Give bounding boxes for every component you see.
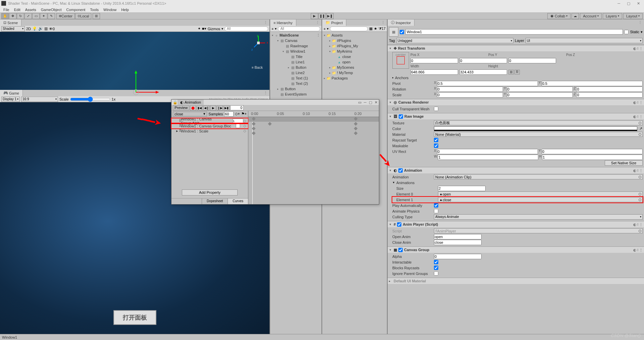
hierarchy-item[interactable]: ▤Line2: [270, 70, 321, 75]
add-key-icon[interactable]: ◇+: [235, 112, 240, 116]
scene-search-input[interactable]: [225, 26, 268, 31]
custom-tool-icon[interactable]: ✎: [48, 13, 55, 19]
pause-button[interactable]: ❚❚: [318, 13, 326, 19]
inspector-tab[interactable]: ⓘ Inspector: [388, 19, 414, 26]
posz-input[interactable]: [508, 58, 556, 63]
component-settings-icon[interactable]: ◐ ⁝ ⋮: [633, 47, 643, 50]
hierarchy-item[interactable]: ▤Text (1): [270, 75, 321, 81]
project-item[interactable]: ▸📁#Plugins_My: [322, 43, 387, 49]
rect-tool-icon[interactable]: ▭: [32, 13, 40, 19]
maximize-icon[interactable]: ▢: [627, 1, 630, 6]
open-panel-button[interactable]: 打开面板: [113, 310, 156, 325]
inspector-options-icon[interactable]: ⋮: [636, 20, 644, 25]
scale-tool-icon[interactable]: ⤢: [24, 13, 32, 19]
scene-viewport[interactable]: y x z ≡ Back: [0, 32, 269, 90]
hierarchy-item[interactable]: ▤RawImage: [270, 43, 321, 49]
raycast-checkbox[interactable]: [434, 138, 438, 142]
anim-play-button[interactable]: ▶: [210, 105, 216, 111]
project-item[interactable]: ▸📁! MyTemp: [322, 70, 387, 75]
anim-element0-field[interactable]: ▲ open: [438, 191, 643, 196]
alpha-input[interactable]: [434, 254, 482, 259]
anim-size-input[interactable]: [438, 186, 486, 191]
hierarchy-item[interactable]: ▤EventSystem: [270, 92, 321, 97]
light-icon[interactable]: 💡: [32, 26, 37, 31]
interactable-checkbox[interactable]: [434, 260, 438, 264]
gizmos-dropdown[interactable]: Gizmos: [208, 27, 220, 31]
last-frame-button[interactable]: ▶▮: [224, 105, 230, 111]
posx-input[interactable]: [410, 58, 458, 63]
menu-help[interactable]: Help: [119, 8, 131, 12]
tag-dropdown[interactable]: Untagged: [396, 38, 513, 43]
texture-field[interactable]: 白色面板: [434, 120, 643, 125]
anim-close-icon[interactable]: ✕: [374, 100, 378, 105]
fx-icon[interactable]: ▥: [44, 26, 48, 31]
scale-slider[interactable]: [70, 97, 110, 102]
mode-2d-toggle[interactable]: 2D: [26, 27, 31, 31]
hierarchy-item[interactable]: ▸▤Button: [270, 65, 321, 70]
orientation-gizmo-icon[interactable]: y x z: [250, 35, 267, 51]
project-item[interactable]: ▸📁Packages: [322, 75, 387, 81]
preview-toggle[interactable]: Preview: [173, 105, 189, 110]
step-button[interactable]: ▶❚: [326, 13, 334, 19]
menu-component[interactable]: Component: [64, 8, 87, 12]
blocks-raycasts-checkbox[interactable]: [434, 266, 438, 270]
anim-minimize-icon[interactable]: ─: [363, 100, 367, 105]
menu-assets[interactable]: Assets: [23, 8, 38, 12]
next-key-button[interactable]: ❙▶: [217, 105, 223, 111]
clip-dropdown[interactable]: close: [173, 112, 207, 116]
aspect-dropdown[interactable]: 16:9: [21, 97, 58, 102]
width-input[interactable]: [410, 69, 458, 75]
hierarchy-item[interactable]: ▾▤Canvas: [270, 38, 321, 43]
prev-key-button[interactable]: ◀❙: [203, 105, 209, 111]
static-checkbox[interactable]: [624, 30, 629, 34]
hierarchy-item[interactable]: ▤Text (2): [270, 81, 321, 86]
layers-dropdown[interactable]: Layers: [603, 13, 622, 19]
minimize-icon[interactable]: ─: [617, 1, 620, 6]
menu-edit[interactable]: Edit: [12, 8, 22, 12]
hierarchy-tab[interactable]: ≡ Hierarchy: [270, 19, 296, 26]
set-native-size-button[interactable]: Set Native Size: [605, 160, 643, 166]
menu-tools[interactable]: Tools: [88, 8, 101, 12]
animation-tab[interactable]: ◐ Animation: [178, 100, 204, 105]
filter-icon[interactable]: ▦: [369, 26, 373, 31]
anim-dock-icon[interactable]: ▭: [357, 100, 362, 105]
animate-physics-checkbox[interactable]: [434, 209, 438, 213]
pivotx-input[interactable]: [437, 81, 538, 86]
pivoty-input[interactable]: [542, 81, 643, 86]
material-field[interactable]: None (Material): [434, 132, 643, 137]
close-anim-input[interactable]: [434, 240, 482, 245]
anchor-preset-button[interactable]: center: [392, 52, 409, 69]
cloud-icon[interactable]: ☁: [572, 13, 579, 19]
hierarchy-item[interactable]: ▾▤Window1: [270, 49, 321, 54]
project-options-icon[interactable]: ⋮: [379, 20, 387, 25]
ignore-parent-checkbox[interactable]: [434, 271, 438, 276]
pivot-center-button[interactable]: ⊕ Center: [56, 13, 75, 19]
hidden-icon[interactable]: 👁0: [49, 27, 55, 31]
anim-property-row[interactable]: ▸⠿Window1 : Scale◇: [171, 128, 248, 133]
lock-icon[interactable]: 🔒: [173, 100, 178, 105]
hand-tool-icon[interactable]: ✋: [1, 13, 9, 19]
culling-dropdown[interactable]: Always Animate: [434, 214, 643, 220]
add-property-button[interactable]: Add Property: [182, 189, 238, 195]
anim-property-row[interactable]: ⠿Window1 : Canvas Group.Alph◇: [171, 118, 248, 123]
hierarchy-create-button[interactable]: +: [271, 27, 274, 31]
display-dropdown[interactable]: Display 1: [1, 97, 20, 102]
anim-maximize-icon[interactable]: ▢: [368, 100, 373, 105]
frame-input[interactable]: [230, 105, 244, 110]
posy-input[interactable]: [459, 58, 507, 63]
gameobject-icon[interactable]: ▦: [389, 27, 398, 37]
gameobject-name-input[interactable]: [405, 29, 623, 35]
move-tool-icon[interactable]: ✥: [9, 13, 16, 19]
project-search-input[interactable]: [330, 26, 367, 31]
anim-property-row[interactable]: ⠿Window1 : Canvas Group.Bloc◇: [171, 123, 248, 128]
active-checkbox[interactable]: [400, 30, 404, 34]
project-item[interactable]: ▾📁MyAnims: [322, 49, 387, 54]
color-field[interactable]: [434, 126, 637, 131]
maskable-checkbox[interactable]: [434, 144, 438, 148]
menu-window[interactable]: Window: [101, 8, 118, 12]
menu-file[interactable]: File: [1, 8, 11, 12]
play-auto-checkbox[interactable]: [434, 203, 438, 208]
timeline[interactable]: 0:00 0:05 0:10 0:15 0:20: [248, 111, 379, 204]
layout-dropdown[interactable]: Layout: [623, 13, 643, 19]
curves-tab[interactable]: Curves: [228, 199, 248, 204]
